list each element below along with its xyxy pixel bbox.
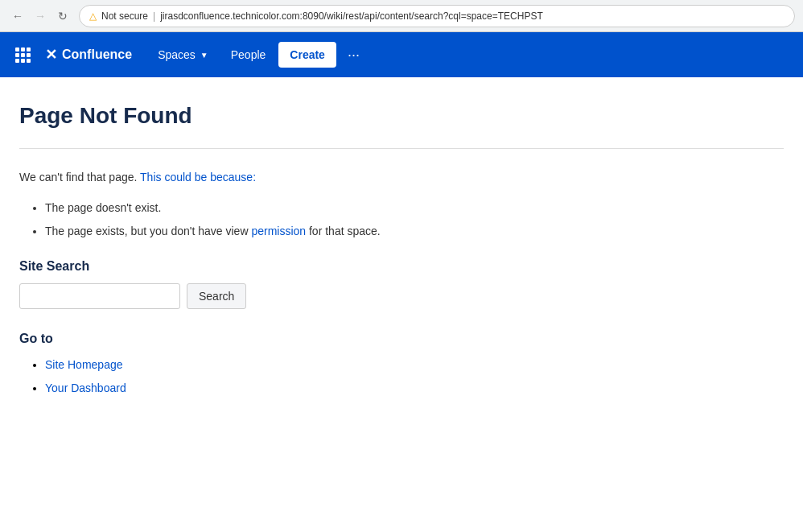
address-separator: |	[153, 10, 155, 22]
spaces-label: Spaces	[158, 48, 196, 61]
create-button[interactable]: Create	[278, 42, 336, 68]
bullet-item-2: The page exists, but you don't have view…	[45, 222, 784, 240]
not-secure-icon: △	[89, 10, 97, 22]
search-row: Search	[19, 283, 784, 309]
refresh-button[interactable]: ↻	[53, 6, 72, 26]
spaces-nav-item[interactable]: Spaces ▼	[148, 42, 218, 68]
error-description-highlight: This could be because:	[140, 171, 256, 184]
page-content: Page Not Found We can't find that page. …	[0, 77, 803, 427]
confluence-x-icon: ✕	[45, 46, 57, 64]
not-secure-label: Not secure	[101, 10, 148, 22]
back-button[interactable]: ←	[8, 6, 27, 26]
divider	[19, 148, 784, 149]
error-description: We can't find that page. This could be b…	[19, 168, 784, 186]
search-input[interactable]	[19, 283, 180, 309]
address-url: jirasdconfluence.technicolor.com:8090/wi…	[160, 10, 543, 22]
error-bullets-list: The page doesn't exist. The page exists,…	[45, 199, 784, 240]
browser-chrome: ← → ↻ △ Not secure | jirasdconfluence.te…	[0, 0, 803, 32]
error-description-plain: We can't find that page.	[19, 171, 140, 184]
people-nav-item[interactable]: People	[221, 42, 276, 68]
more-options-button[interactable]: ···	[340, 42, 368, 68]
address-bar[interactable]: △ Not secure | jirasdconfluence.technico…	[79, 5, 795, 27]
search-button[interactable]: Search	[187, 283, 246, 309]
goto-links-list: Site Homepage Your Dashboard	[45, 356, 784, 397]
permission-link[interactable]: permission	[251, 225, 306, 237]
people-label: People	[231, 48, 266, 61]
confluence-logo-text: Confluence	[62, 47, 132, 62]
goto-section: Go to Site Homepage Your Dashboard	[19, 332, 784, 397]
forward-button[interactable]: →	[31, 6, 50, 26]
site-search-title: Site Search	[19, 259, 784, 274]
page-title: Page Not Found	[19, 103, 784, 129]
browser-nav-buttons: ← → ↻	[8, 6, 72, 26]
your-dashboard-link[interactable]: Your Dashboard	[45, 381, 126, 394]
bullet-item-1: The page doesn't exist.	[45, 199, 784, 217]
goto-list-item-homepage: Site Homepage	[45, 356, 784, 373]
goto-title: Go to	[19, 332, 784, 346]
site-homepage-link[interactable]: Site Homepage	[45, 358, 123, 371]
confluence-logo[interactable]: ✕ Confluence	[39, 46, 138, 64]
confluence-navbar: ✕ Confluence Spaces ▼ People Create ···	[0, 32, 803, 77]
grid-dots	[15, 47, 31, 63]
spaces-dropdown-arrow: ▼	[200, 51, 208, 60]
goto-list-item-dashboard: Your Dashboard	[45, 379, 784, 397]
grid-menu-icon[interactable]	[10, 42, 35, 68]
